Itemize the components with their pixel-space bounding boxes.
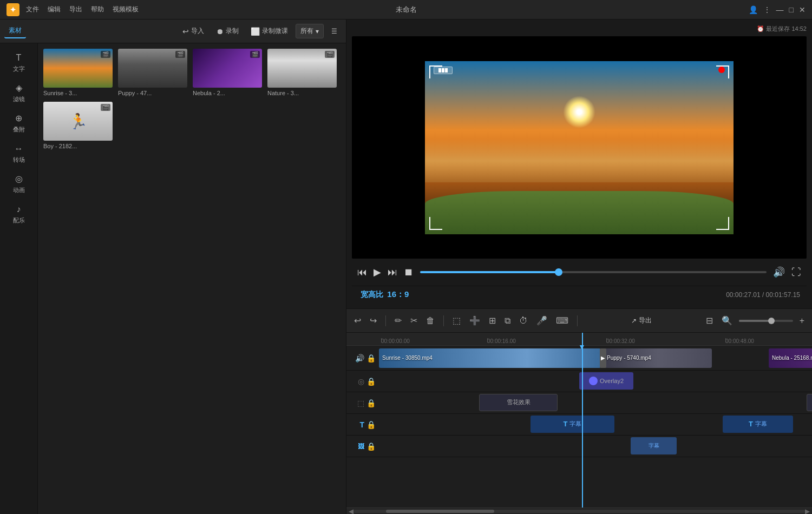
play-button[interactable]: ▶ (374, 266, 381, 278)
media-toolbar: 素材 ↩ 导入 ⏺ 录制 ⬜ 录制微课 所有 ▾ ☰ (0, 19, 346, 43)
sub-track-icon: 🖼 (358, 443, 364, 450)
overlay-clip-icon (589, 377, 598, 385)
video-badge: 🎬 (325, 51, 335, 58)
user-icon[interactable]: 👤 (749, 5, 758, 14)
list-item[interactable]: 🎬 Puppy - 47... (118, 49, 187, 96)
menu-edit[interactable]: 编辑 (48, 5, 61, 14)
list-item[interactable]: 🎬 Nature - 3... (267, 49, 337, 96)
record-course-button[interactable]: ⬜ 录制微课 (246, 24, 292, 38)
menu-help[interactable]: 帮助 (91, 5, 104, 14)
fullscreen-button[interactable]: ⛶ (791, 267, 801, 278)
video-badge: 🎬 (175, 51, 185, 58)
zoom-fit-button[interactable]: ⊟ (704, 313, 715, 328)
sidebar-item-animation[interactable]: ◎ 动画 (0, 169, 37, 199)
caption-button[interactable]: ⌨ (554, 313, 571, 328)
track-lock-icon-5[interactable]: 🔒 (366, 442, 376, 451)
sidebar-item-text[interactable]: T 文字 (0, 48, 37, 78)
zoom-thumb[interactable] (768, 318, 775, 324)
media-tab-active[interactable]: 素材 (4, 24, 26, 38)
progress-bar[interactable] (420, 271, 767, 273)
media-filename: Nature - 3... (267, 90, 337, 96)
overlay-track: ◎ 🔒 Overlay2 (346, 371, 812, 392)
menu-video-template[interactable]: 视频模板 (113, 5, 140, 14)
rec-dot (718, 67, 725, 73)
sidebar-item-overlay[interactable]: ⊕ 叠附 (0, 108, 37, 139)
scrollbar-thumb[interactable] (386, 510, 494, 513)
menu-export[interactable]: 导出 (69, 5, 82, 14)
scroll-left-button[interactable]: ◀ (349, 508, 353, 515)
text-clip-1[interactable]: T 字幕 (531, 416, 614, 433)
rec-box (434, 67, 453, 74)
media-thumbnail: 🏃 🎬 (43, 102, 113, 141)
effect-clip-snow[interactable]: 雪花效果 (479, 394, 558, 411)
app-icon: ✦ (6, 3, 19, 16)
track-lock-icon-4[interactable]: 🔒 (366, 420, 376, 429)
progress-fill (420, 271, 559, 273)
zoom-in-button[interactable]: + (797, 314, 807, 328)
minimize-button[interactable]: — (776, 5, 784, 14)
crop-button[interactable]: ⬚ (450, 313, 463, 328)
undo-button[interactable]: ↩ (352, 313, 363, 328)
list-item[interactable]: 🎬 Sunrise - 3... (43, 49, 113, 96)
filter-select[interactable]: 所有 ▾ (296, 24, 324, 38)
export-button[interactable]: ↗ 导出 (631, 316, 652, 325)
edit-button[interactable]: ✏ (392, 313, 404, 328)
grid-button[interactable]: ⊞ (487, 313, 498, 328)
more-icon[interactable]: ⋮ (763, 5, 771, 14)
track-lock-icon-3[interactable]: 🔒 (366, 399, 376, 407)
text-track-1: T 🔒 T 字幕 T 字幕 (346, 414, 812, 436)
media-filename: Puppy - 47... (118, 90, 187, 96)
text-clip-2[interactable]: T 字幕 (723, 416, 793, 433)
clone-button[interactable]: ⧉ (502, 314, 513, 328)
import-icon: ↩ (182, 27, 189, 36)
video-track: 🔊 🔒 Sunrise - 30850.mp4 ▶ (346, 346, 812, 371)
import-button[interactable]: ↩ 导入 (178, 24, 208, 38)
record-button[interactable]: ⏺ 录制 (212, 24, 243, 38)
track-volume-icon[interactable]: 🔊 (355, 354, 364, 363)
right-panel: ⏰ 最近保存 14:52 (346, 19, 812, 514)
text-track-icon: T (359, 420, 364, 429)
track-lock-icon-2[interactable]: 🔒 (366, 377, 376, 386)
close-button[interactable]: ✕ (799, 5, 806, 14)
rewind-button[interactable]: ⏮ (357, 267, 367, 278)
preview-footer: 宽高比 16：9 00:00:27.01 / 00:01:57.15 (352, 286, 807, 303)
stop-button[interactable]: ⏹ (404, 267, 414, 278)
clip-sunrise[interactable]: Sunrise - 30850.mp4 (379, 348, 601, 368)
redo-button[interactable]: ↪ (368, 313, 379, 328)
tracks: 🔊 🔒 Sunrise - 30850.mp4 ▶ (346, 346, 812, 457)
list-item[interactable]: 🎬 Nebula - 2... (193, 49, 262, 96)
scrollbar-track[interactable] (353, 510, 805, 513)
sidebar-item-music[interactable]: ♪ 配乐 (0, 199, 37, 229)
overlay-clip[interactable]: Overlay2 (579, 372, 633, 390)
text-clip-label-1: 字幕 (569, 420, 581, 428)
cut-button[interactable]: ✂ (408, 313, 420, 328)
delete-button[interactable]: 🗑 (424, 314, 437, 328)
separator (385, 315, 386, 326)
sun-glow (563, 96, 595, 128)
timer-button[interactable]: ⏱ (517, 314, 530, 328)
scroll-right-button[interactable]: ▶ (805, 508, 810, 515)
volume-button[interactable]: 🔊 (773, 266, 785, 278)
list-item[interactable]: 🏃 🎬 Boy - 2182... (43, 102, 113, 149)
sidebar-item-filter[interactable]: ◈ 滤镜 (0, 78, 37, 108)
media-filename: Sunrise - 3... (43, 90, 113, 96)
track-lock-icon[interactable]: 🔒 (366, 354, 376, 363)
menu-file[interactable]: 文件 (26, 5, 39, 14)
sidebar-item-transition[interactable]: ↔ 转场 (0, 139, 37, 169)
text-clip-5[interactable]: 字幕 (631, 437, 677, 454)
clip-puppy[interactable]: Puppy - 5740.mp4 (604, 348, 712, 368)
progress-thumb[interactable] (555, 268, 562, 276)
menu-dots-button[interactable]: ☰ (327, 25, 342, 37)
maximize-button[interactable]: □ (789, 5, 794, 14)
effect-clip-brush[interactable]: 笔刷4 🖊 (807, 394, 812, 411)
zoom-slider[interactable] (739, 320, 793, 322)
last-saved-label: 最近保存 14:52 (766, 25, 807, 32)
fast-forward-button[interactable]: ⏭ (388, 267, 397, 278)
mic-button[interactable]: 🎤 (534, 313, 549, 328)
add-track-button[interactable]: ➕ (467, 313, 482, 328)
main-area: 素材 ↩ 导入 ⏺ 录制 ⬜ 录制微课 所有 ▾ ☰ (0, 19, 812, 514)
frame-corner-bl (429, 217, 442, 230)
zoom-out-button[interactable]: 🔍 (719, 313, 735, 328)
subtitle-track-content: 字幕 十下三段1 (379, 436, 812, 457)
clip-nebula[interactable]: Nebula - 25168.mp4 (769, 348, 812, 368)
